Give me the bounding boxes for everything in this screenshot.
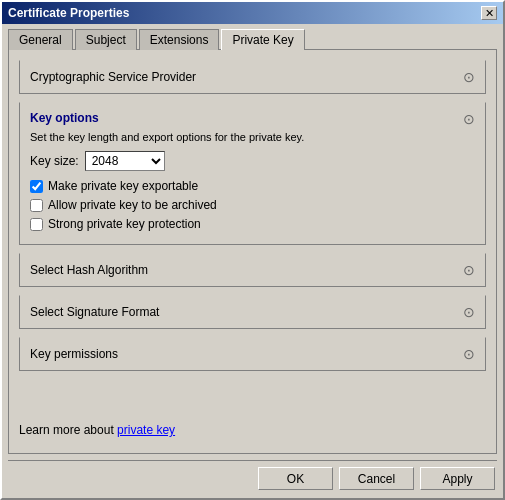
tab-subject[interactable]: Subject: [75, 29, 137, 50]
checkbox-exportable-row: Make private key exportable: [30, 179, 475, 193]
checkbox-strong-protection-row: Strong private key protection: [30, 217, 475, 231]
checkbox-exportable[interactable]: [30, 180, 43, 193]
csp-icon: ⊙: [463, 69, 475, 85]
key-options-description: Set the key length and export options fo…: [30, 131, 475, 143]
key-permissions-icon: ⊙: [463, 346, 475, 362]
cancel-button[interactable]: Cancel: [339, 467, 414, 490]
tabs-bar: General Subject Extensions Private Key: [2, 24, 503, 49]
close-button[interactable]: ✕: [481, 6, 497, 20]
checkbox-archived-label: Allow private key to be archived: [48, 198, 217, 212]
checkbox-archived-row: Allow private key to be archived: [30, 198, 475, 212]
key-options-icon: ⊙: [463, 111, 475, 127]
hash-algorithm-title: Select Hash Algorithm: [30, 263, 148, 277]
hash-algorithm-icon: ⊙: [463, 262, 475, 278]
key-options-title: Key options: [30, 111, 99, 125]
signature-format-section: Select Signature Format ⊙: [19, 295, 486, 329]
key-permissions-title: Key permissions: [30, 347, 118, 361]
signature-format-icon: ⊙: [463, 304, 475, 320]
checkbox-exportable-label: Make private key exportable: [48, 179, 198, 193]
tab-general[interactable]: General: [8, 29, 73, 50]
certificate-properties-window: Certificate Properties ✕ General Subject…: [0, 0, 505, 500]
checkbox-archived[interactable]: [30, 199, 43, 212]
checkbox-strong-protection[interactable]: [30, 218, 43, 231]
button-bar: OK Cancel Apply: [2, 461, 503, 498]
checkbox-strong-protection-label: Strong private key protection: [48, 217, 201, 231]
apply-button[interactable]: Apply: [420, 467, 495, 490]
learn-more-text: Learn more about: [19, 423, 117, 437]
hash-algorithm-section: Select Hash Algorithm ⊙: [19, 253, 486, 287]
key-size-row: Key size: 2048 512 1024 4096: [30, 151, 475, 171]
csp-section: Cryptographic Service Provider ⊙: [19, 60, 486, 94]
key-size-label: Key size:: [30, 154, 79, 168]
learn-more: Learn more about private key: [19, 417, 486, 437]
key-options-section: Key options ⊙ Set the key length and exp…: [19, 102, 486, 245]
key-size-select[interactable]: 2048 512 1024 4096: [85, 151, 165, 171]
key-permissions-section: Key permissions ⊙: [19, 337, 486, 371]
content-area: Cryptographic Service Provider ⊙ Key opt…: [8, 49, 497, 454]
ok-button[interactable]: OK: [258, 467, 333, 490]
window-title: Certificate Properties: [8, 6, 129, 20]
title-bar: Certificate Properties ✕: [2, 2, 503, 24]
tab-extensions[interactable]: Extensions: [139, 29, 220, 50]
private-key-link[interactable]: private key: [117, 423, 175, 437]
tab-private-key[interactable]: Private Key: [221, 29, 304, 50]
signature-format-title: Select Signature Format: [30, 305, 159, 319]
csp-title: Cryptographic Service Provider: [30, 70, 196, 84]
